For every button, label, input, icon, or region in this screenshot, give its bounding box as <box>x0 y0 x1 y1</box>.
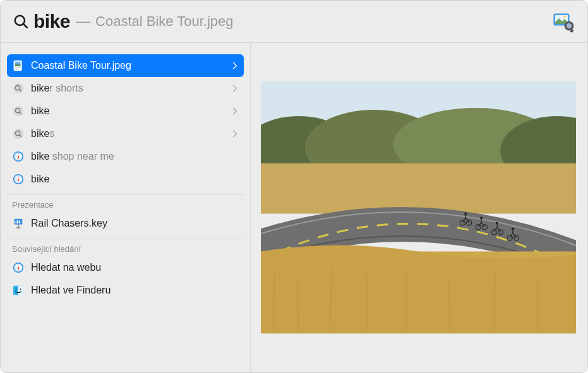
safari-icon <box>12 261 25 274</box>
preview-pane <box>251 43 587 372</box>
spotlight-window: bike — Coastal Bike Tour.jpeg Coastal Bi… <box>0 0 588 373</box>
result-row[interactable]: Hledat na webu <box>7 256 244 279</box>
svg-point-6 <box>567 23 572 28</box>
svg-point-18 <box>13 129 23 139</box>
svg-rect-34 <box>19 221 20 224</box>
search-icon <box>12 13 30 30</box>
svg-point-12 <box>13 83 23 93</box>
svg-point-59 <box>496 222 498 225</box>
svg-rect-11 <box>15 69 19 69</box>
section-header: Prezentace <box>7 194 244 212</box>
svg-rect-33 <box>17 220 18 223</box>
search-suggest-icon <box>12 127 25 140</box>
results-sidebar: Coastal Bike Tour.jpeg biker shorts bike… <box>1 43 251 372</box>
chevron-right-icon <box>232 62 237 69</box>
svg-point-56 <box>480 217 483 220</box>
svg-point-62 <box>512 228 514 230</box>
result-row[interactable]: Rail Chasers.key <box>7 212 244 235</box>
section-header: Související hledání <box>7 239 244 256</box>
result-row[interactable]: bikes <box>7 122 244 145</box>
result-row[interactable]: bike shop near me <box>7 145 244 168</box>
svg-line-1 <box>23 24 27 27</box>
search-separator: — <box>76 13 90 30</box>
keynote-icon <box>12 217 25 230</box>
search-bar: bike — Coastal Bike Tour.jpeg <box>1 1 587 43</box>
search-suggest-icon <box>12 105 25 117</box>
preview-image <box>261 81 576 333</box>
svg-rect-50 <box>261 163 576 214</box>
result-row[interactable]: Hledat ve Finderu <box>7 279 244 302</box>
result-label: bike <box>31 174 237 185</box>
content-body: Coastal Bike Tour.jpeg biker shorts bike… <box>1 43 587 372</box>
result-label: Hledat ve Finderu <box>31 285 237 296</box>
result-label: biker shorts <box>31 83 232 94</box>
search-input[interactable]: bike <box>33 11 70 32</box>
preview-app-icon <box>552 9 576 33</box>
result-label: bike <box>31 105 232 117</box>
result-row[interactable]: Coastal Bike Tour.jpeg <box>7 54 244 77</box>
chevron-right-icon <box>232 130 237 138</box>
svg-rect-10 <box>15 68 21 68</box>
svg-point-15 <box>13 106 23 116</box>
chevron-right-icon <box>232 107 237 115</box>
result-label: Hledat na webu <box>31 262 237 273</box>
finder-icon <box>12 284 25 297</box>
svg-point-4 <box>563 16 566 18</box>
result-label: bikes <box>31 128 232 139</box>
safari-icon <box>12 150 25 163</box>
svg-rect-36 <box>16 227 20 228</box>
search-suggest-icon <box>12 82 25 95</box>
result-label: bike shop near me <box>31 151 237 162</box>
svg-rect-32 <box>16 221 17 223</box>
search-completion: Coastal Bike Tour.jpeg <box>95 13 234 30</box>
svg-point-53 <box>464 213 467 215</box>
jpeg-icon <box>12 59 25 72</box>
chevron-right-icon <box>232 85 237 92</box>
safari-icon <box>12 173 25 186</box>
svg-point-44 <box>20 288 21 290</box>
result-label: Coastal Bike Tour.jpeg <box>31 60 232 71</box>
result-row[interactable]: biker shorts <box>7 77 244 100</box>
result-row[interactable]: bike <box>7 100 244 122</box>
result-label: Rail Chasers.key <box>31 218 237 229</box>
result-row[interactable]: bike <box>7 168 244 191</box>
svg-point-43 <box>16 288 17 290</box>
